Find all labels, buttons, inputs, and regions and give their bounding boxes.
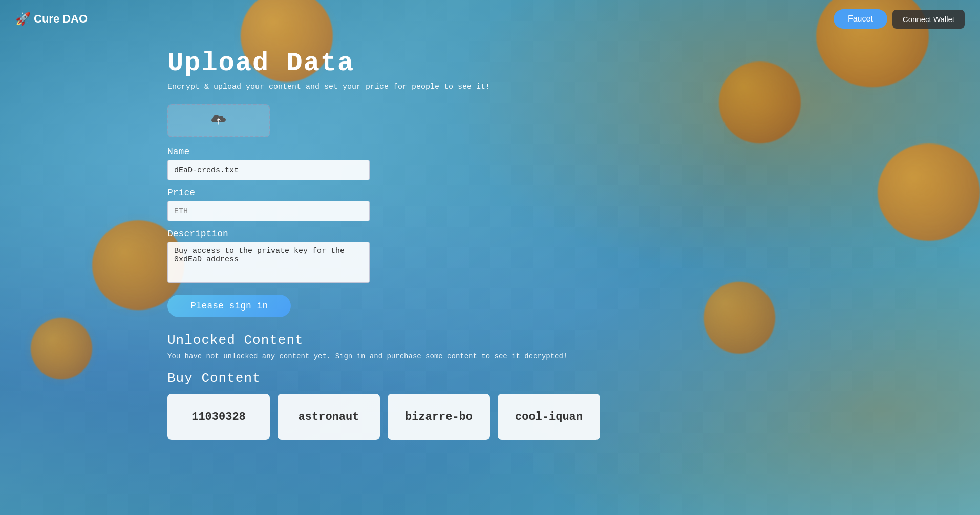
description-label: Description <box>167 229 813 239</box>
buy-card-2[interactable]: bizarre-bo <box>388 394 490 440</box>
main-content: Upload Data Encrypt & upload your conten… <box>0 38 980 450</box>
buy-card-1[interactable]: astronaut <box>278 394 380 440</box>
name-label: Name <box>167 147 813 157</box>
connect-wallet-button[interactable]: Connect Wallet <box>892 10 965 29</box>
buy-content-title: Buy Content <box>167 370 813 386</box>
price-input[interactable] <box>167 201 370 221</box>
card-label-1: astronaut <box>299 410 359 423</box>
upload-icon <box>210 112 227 130</box>
buy-card-3[interactable]: cool-iquan <box>498 394 600 440</box>
page-title: Upload Data <box>167 48 813 78</box>
header-buttons: Faucet Connect Wallet <box>834 9 965 29</box>
faucet-button[interactable]: Faucet <box>834 9 887 29</box>
sign-in-button[interactable]: Please sign in <box>167 295 291 317</box>
card-label-2: bizarre-bo <box>405 410 473 423</box>
buy-cards-row: 11030328 astronaut bizarre-bo cool-iquan <box>167 394 813 440</box>
name-input[interactable] <box>167 160 370 180</box>
header: 🚀 Cure DAO Faucet Connect Wallet <box>0 0 980 38</box>
page-subtitle: Encrypt & upload your content and set yo… <box>167 83 813 91</box>
card-label-0: 11030328 <box>191 410 246 423</box>
logo-text: Cure DAO <box>34 12 88 26</box>
description-textarea[interactable]: Buy access to the private key for the 0x… <box>167 242 370 283</box>
price-label: Price <box>167 188 813 198</box>
logo[interactable]: 🚀 Cure DAO <box>15 12 88 26</box>
unlocked-content-subtitle: You have not unlocked any content yet. S… <box>167 352 813 360</box>
buy-card-0[interactable]: 11030328 <box>167 394 270 440</box>
unlocked-content-title: Unlocked Content <box>167 333 813 348</box>
upload-area[interactable] <box>167 104 270 137</box>
logo-icon: 🚀 <box>15 12 31 26</box>
card-label-3: cool-iquan <box>515 410 583 423</box>
